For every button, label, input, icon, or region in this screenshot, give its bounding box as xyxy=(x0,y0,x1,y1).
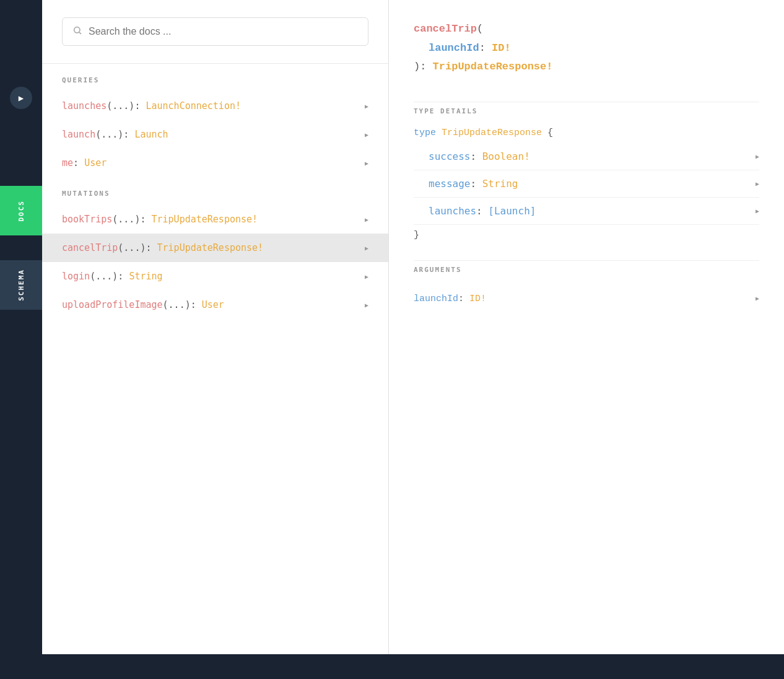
item-name: launches xyxy=(62,100,107,112)
arg-name: launchId xyxy=(414,294,458,304)
type-keyword: type xyxy=(414,128,442,138)
sidebar: ▶ DOCS SCHEMA xyxy=(0,0,42,679)
fn-param-name: launchId xyxy=(429,42,479,54)
item-text: launches(...): LaunchConnection! xyxy=(62,100,360,112)
type-details-section: TYPE DETAILS type TripUpdateResponse { s… xyxy=(414,102,759,240)
item-name: cancelTrip xyxy=(62,242,118,253)
search-icon xyxy=(72,25,82,38)
main-content: QUERIES launches(...): LaunchConnection!… xyxy=(42,0,784,679)
chevron-right-icon: ▶ xyxy=(756,153,759,160)
search-box[interactable] xyxy=(62,17,368,46)
item-text: me: User xyxy=(62,157,360,169)
mutations-section-header: MUTATIONS xyxy=(42,177,388,205)
type-details-header: TYPE DETAILS xyxy=(414,102,759,115)
field-colon: : xyxy=(470,151,482,162)
list-item-active[interactable]: cancelTrip(...): TripUpdateResponse! ▶ xyxy=(42,234,388,262)
type-field-success[interactable]: success: Boolean! ▶ xyxy=(414,143,759,170)
item-name: me xyxy=(62,157,73,169)
list-item[interactable]: launch(...): Launch ▶ xyxy=(42,120,388,149)
type-open-brace: { xyxy=(547,128,553,138)
arg-colon: : xyxy=(458,294,469,304)
type-field-text: launches: [Launch] xyxy=(429,205,536,217)
arg-type: ID! xyxy=(469,294,486,304)
item-name: uploadProfileImage xyxy=(62,299,163,310)
item-text: launch(...): Launch xyxy=(62,129,360,140)
list-item[interactable]: me: User ▶ xyxy=(42,149,388,177)
field-colon: : xyxy=(476,205,488,217)
chevron-right-icon: ▶ xyxy=(365,245,368,252)
fn-return-type: TripUpdateResponse! xyxy=(433,61,553,72)
collapse-button[interactable]: ▶ xyxy=(10,87,32,109)
fn-name: cancelTrip xyxy=(414,23,477,35)
svg-point-0 xyxy=(74,27,80,33)
type-field-message[interactable]: message: String ▶ xyxy=(414,170,759,198)
arrow-icon: ▶ xyxy=(19,93,24,103)
item-type: User xyxy=(202,299,224,310)
chevron-right-icon: ▶ xyxy=(365,216,368,223)
field-type: [Launch] xyxy=(488,205,536,217)
type-field-text: success: Boolean! xyxy=(429,151,530,162)
type-block-header: type TripUpdateResponse { xyxy=(414,128,759,138)
fn-open-paren: ( xyxy=(477,23,483,35)
chevron-right-icon: ▶ xyxy=(756,295,759,302)
item-type: String xyxy=(129,271,162,282)
item-type: LaunchConnection! xyxy=(146,100,241,112)
type-name: TripUpdateResponse xyxy=(442,128,547,138)
list-item[interactable]: bookTrips(...): TripUpdateResponse! ▶ xyxy=(42,205,388,234)
field-type: String xyxy=(482,178,518,190)
item-text: bookTrips(...): TripUpdateResponse! xyxy=(62,214,360,225)
item-type: TripUpdateResponse! xyxy=(152,214,258,225)
arguments-header: ARGUMENTS xyxy=(414,260,759,274)
chevron-right-icon: ▶ xyxy=(365,160,368,167)
chevron-right-icon: ▶ xyxy=(756,208,759,214)
sidebar-tab-docs[interactable]: DOCS xyxy=(0,186,42,235)
queries-section-header: QUERIES xyxy=(42,64,388,92)
item-text: cancelTrip(...): TripUpdateResponse! xyxy=(62,242,360,253)
item-args: (...): xyxy=(90,271,129,282)
list-item[interactable]: uploadProfileImage(...): User ▶ xyxy=(42,291,388,319)
field-type: Boolean! xyxy=(482,151,530,162)
search-area xyxy=(42,0,388,64)
schema-list: QUERIES launches(...): LaunchConnection!… xyxy=(42,64,388,319)
item-args: (...): xyxy=(118,242,157,253)
item-type: TripUpdateResponse! xyxy=(157,242,264,253)
item-type: User xyxy=(84,157,107,169)
fn-param-colon: : xyxy=(479,42,492,54)
fn-close-paren: ): xyxy=(414,61,433,72)
docs-tab-label: DOCS xyxy=(17,200,25,222)
field-name: launches xyxy=(429,205,476,217)
item-text: uploadProfileImage(...): User xyxy=(62,299,360,310)
fn-param-type: ID! xyxy=(492,42,511,54)
function-signature: cancelTrip( launchId: ID! ): TripUpdateR… xyxy=(414,20,759,77)
argument-text: launchId: ID! xyxy=(414,294,486,304)
left-panel: QUERIES launches(...): LaunchConnection!… xyxy=(42,0,389,679)
svg-line-1 xyxy=(79,32,81,34)
item-name: launch xyxy=(62,129,95,140)
field-name: message xyxy=(429,178,470,190)
list-item[interactable]: launches(...): LaunchConnection! ▶ xyxy=(42,92,388,120)
chevron-right-icon: ▶ xyxy=(365,302,368,309)
item-args: (...): xyxy=(112,214,151,225)
argument-row-launchId[interactable]: launchId: ID! ▶ xyxy=(414,286,759,312)
type-field-launches[interactable]: launches: [Launch] ▶ xyxy=(414,198,759,225)
item-args: (...): xyxy=(95,129,134,140)
item-name: bookTrips xyxy=(62,214,112,225)
sidebar-tab-schema[interactable]: SCHEMA xyxy=(0,260,42,310)
arguments-section: ARGUMENTS launchId: ID! ▶ xyxy=(414,260,759,312)
item-args: (...): xyxy=(163,299,202,310)
right-panel: cancelTrip( launchId: ID! ): TripUpdateR… xyxy=(389,0,784,679)
item-args: (...): xyxy=(107,100,146,112)
item-name: login xyxy=(62,271,90,282)
bottom-bar xyxy=(0,654,784,679)
item-type: Launch xyxy=(134,129,168,140)
type-field-text: message: String xyxy=(429,178,518,190)
search-input[interactable] xyxy=(89,26,358,37)
item-args: : xyxy=(73,157,84,169)
list-item[interactable]: login(...): String ▶ xyxy=(42,262,388,291)
chevron-right-icon: ▶ xyxy=(365,103,368,110)
chevron-right-icon: ▶ xyxy=(365,273,368,280)
schema-tab-label: SCHEMA xyxy=(17,269,25,301)
field-colon: : xyxy=(470,178,482,190)
chevron-right-icon: ▶ xyxy=(365,131,368,138)
type-close-brace: } xyxy=(414,225,759,240)
